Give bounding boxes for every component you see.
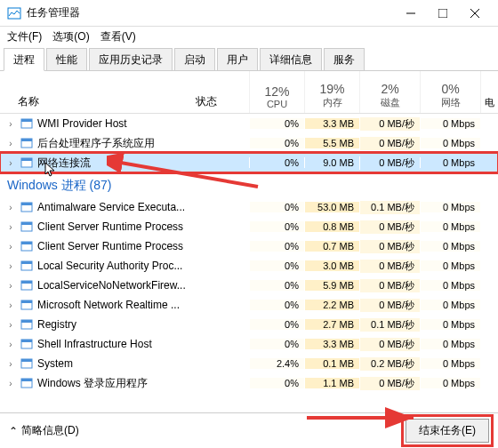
expand-icon[interactable]: › [5, 203, 16, 212]
process-name: 后台处理程序子系统应用 [37, 136, 155, 151]
cell-mem: 2.7 MB [304, 319, 359, 330]
column-memory[interactable]: 19% 内存 [304, 71, 359, 113]
table-row[interactable]: ›Client Server Runtime Process0%0.7 MB0 … [0, 236, 498, 256]
tab-4[interactable]: 用户 [217, 48, 258, 70]
svg-rect-14 [21, 222, 32, 225]
column-cpu[interactable]: 12% CPU [249, 71, 304, 113]
cell-disk: 0 MB/秒 [359, 377, 420, 390]
process-name: System [37, 357, 73, 370]
process-icon [20, 200, 34, 214]
svg-rect-26 [21, 340, 32, 342]
table-row[interactable]: ›Client Server Runtime Process0%0.8 MB0 … [0, 217, 498, 236]
expand-icon[interactable]: › [5, 340, 16, 349]
column-network[interactable]: 0% 网络 [420, 71, 480, 113]
app-icon [7, 6, 21, 20]
svg-rect-28 [21, 359, 32, 362]
cell-disk: 0.1 MB/秒 [359, 318, 420, 332]
expand-icon[interactable]: › [5, 158, 16, 168]
expand-icon[interactable]: › [5, 300, 16, 310]
chevron-down-icon[interactable]: ⌄ [141, 55, 148, 65]
column-name[interactable]: 名称 [18, 94, 189, 109]
menu-file[interactable]: 文件(F) [7, 29, 42, 44]
menu-view[interactable]: 查看(V) [100, 29, 136, 44]
cell-net: 0 Mbps [420, 241, 480, 252]
process-name: Microsoft Network Realtime ... [37, 299, 180, 311]
svg-rect-12 [21, 203, 32, 205]
svg-rect-8 [21, 139, 32, 141]
table-row[interactable]: ›Antimalware Service Executa...0%53.0 MB… [0, 197, 498, 217]
svg-rect-30 [21, 379, 32, 381]
cell-net: 0 Mbps [420, 339, 480, 349]
expand-icon[interactable]: › [5, 281, 16, 291]
process-icon [20, 317, 34, 332]
expand-icon[interactable]: › [5, 222, 16, 232]
table-row[interactable]: ›Registry0%2.7 MB0.1 MB/秒0 Mbps [0, 315, 498, 334]
tab-1[interactable]: 性能 [46, 48, 87, 70]
column-disk[interactable]: 2% 磁盘 [359, 71, 420, 113]
cell-mem: 0.8 MB [304, 221, 359, 232]
window-title: 任务管理器 [27, 5, 395, 20]
process-icon [20, 136, 34, 150]
cell-cpu: 0% [249, 241, 304, 252]
table-row[interactable]: ›Shell Infrastructure Host0%3.3 MB0 MB/秒… [0, 334, 498, 354]
minimize-button[interactable] [395, 0, 427, 26]
expand-icon[interactable]: › [5, 379, 16, 388]
cell-mem: 1.1 MB [304, 378, 359, 388]
svg-rect-20 [21, 281, 32, 284]
cell-net: 0 Mbps [420, 358, 480, 369]
cell-disk: 0 MB/秒 [359, 338, 420, 351]
expand-icon[interactable]: › [5, 320, 16, 330]
tab-3[interactable]: 启动 [174, 48, 215, 70]
cell-net: 0 Mbps [420, 202, 480, 212]
expand-icon[interactable]: › [5, 261, 16, 271]
process-name: Client Server Runtime Process [37, 240, 183, 252]
tab-5[interactable]: 详细信息 [260, 48, 322, 70]
table-row[interactable]: ›网络连接流0%9.0 MB0 MB/秒0 Mbps [0, 153, 498, 172]
table-row[interactable]: ›WMI Provider Host0%3.3 MB0 MB/秒0 Mbps [0, 114, 498, 133]
tab-2[interactable]: 应用历史记录 [89, 48, 173, 70]
tab-0[interactable]: 进程 [4, 48, 44, 71]
table-row[interactable]: ›后台处理程序子系统应用0%5.5 MB0 MB/秒0 Mbps [0, 133, 498, 153]
cell-mem: 3.3 MB [304, 118, 359, 129]
cell-net: 0 Mbps [420, 280, 480, 291]
expand-icon[interactable]: › [5, 119, 16, 129]
end-task-button[interactable]: 结束任务(E) [406, 419, 489, 443]
menu-options[interactable]: 选项(O) [52, 29, 89, 44]
process-name: Antimalware Service Executa... [37, 201, 185, 213]
svg-rect-16 [21, 242, 32, 244]
process-name: Registry [37, 318, 76, 331]
cell-cpu: 0% [249, 300, 304, 310]
chevron-up-icon: ⌃ [9, 425, 18, 437]
cell-mem: 53.0 MB [304, 202, 359, 212]
cell-disk: 0 MB/秒 [359, 240, 420, 253]
close-button[interactable] [459, 0, 491, 26]
svg-rect-24 [21, 320, 32, 323]
column-status[interactable]: 状态 [196, 71, 249, 113]
column-last[interactable]: 电 [480, 71, 498, 113]
table-row[interactable]: ›Microsoft Network Realtime ...0%2.2 MB0… [0, 295, 498, 315]
expand-icon[interactable]: › [5, 242, 16, 252]
svg-rect-0 [8, 8, 20, 19]
process-icon [20, 259, 34, 273]
cell-cpu: 0% [249, 319, 304, 330]
cell-cpu: 0% [249, 202, 304, 212]
table-row[interactable]: ›Local Security Authority Proc...0%3.0 M… [0, 256, 498, 276]
fewer-details-toggle[interactable]: ⌃ 简略信息(D) [9, 423, 79, 438]
maximize-button[interactable] [427, 0, 459, 26]
table-row[interactable]: ›System2.4%0.1 MB0.2 MB/秒0 Mbps [0, 354, 498, 373]
cell-mem: 0.7 MB [304, 241, 359, 252]
expand-icon[interactable]: › [5, 139, 16, 148]
table-row[interactable]: ›LocalServiceNoNetworkFirew...0%5.9 MB0 … [0, 276, 498, 295]
process-name: WMI Provider Host [37, 117, 127, 130]
cell-cpu: 0% [249, 157, 304, 168]
expand-icon[interactable]: › [5, 359, 16, 369]
cell-mem: 5.9 MB [304, 280, 359, 291]
process-name: 网络连接流 [37, 156, 91, 171]
tab-6[interactable]: 服务 [324, 48, 365, 70]
process-name: Shell Infrastructure Host [37, 338, 152, 350]
cell-disk: 0 MB/秒 [359, 260, 420, 273]
cell-disk: 0.1 MB/秒 [359, 201, 420, 214]
table-row[interactable]: ›Windows 登录应用程序0%1.1 MB0 MB/秒0 Mbps [0, 373, 498, 393]
cell-mem: 5.5 MB [304, 138, 359, 148]
process-icon [20, 239, 34, 253]
